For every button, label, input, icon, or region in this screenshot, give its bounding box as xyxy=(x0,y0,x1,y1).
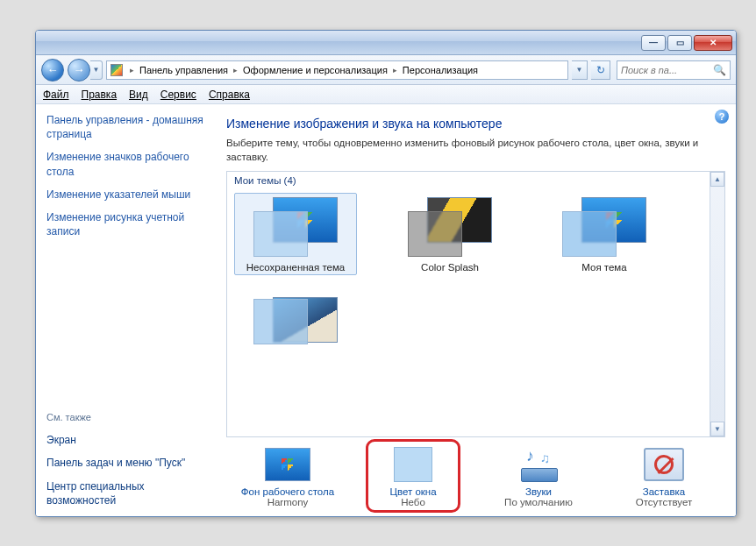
theme-unsaved[interactable]: Несохраненная тема xyxy=(234,193,357,275)
theme-my-theme[interactable]: Моя тема xyxy=(543,193,666,275)
scroll-up-button[interactable]: ▲ xyxy=(710,172,724,187)
window-color-icon xyxy=(389,446,437,483)
personalization-actions: Фон рабочего стола Harmony Цвет окна Неб… xyxy=(226,437,725,507)
theme-label: Color Splash xyxy=(421,262,479,273)
themes-list: Несохраненная тема Color Splash Моя тема xyxy=(227,189,724,433)
action-value: Harmony xyxy=(267,497,309,507)
maximize-button[interactable]: ▭ xyxy=(667,35,692,51)
screensaver-icon xyxy=(640,446,688,483)
sidebar-ease-of-access[interactable]: Центр специальных возможностей xyxy=(46,479,205,507)
sidebar-display[interactable]: Экран xyxy=(46,433,205,447)
action-label: Звуки xyxy=(525,486,552,497)
nav-bar: ← → ▼ ▸ Панель управления ▸ Оформление и… xyxy=(36,55,736,85)
sidebar-taskbar-start[interactable]: Панель задач и меню "Пуск" xyxy=(46,456,205,470)
action-screensaver[interactable]: Заставка Отсутствует xyxy=(611,446,717,507)
close-button[interactable]: ✕ xyxy=(694,35,732,51)
main-panel: ? Изменение изображения и звука на компь… xyxy=(216,104,736,516)
chevron-right-icon: ▸ xyxy=(232,66,239,74)
breadcrumb-personalization[interactable]: Персонализация xyxy=(399,65,481,75)
control-panel-window: — ▭ ✕ ← → ▼ ▸ Панель управления ▸ Оформл… xyxy=(35,30,737,517)
action-sounds[interactable]: ♪♫ Звуки По умолчанию xyxy=(486,446,591,507)
control-panel-icon xyxy=(111,64,123,76)
breadcrumb-control-panel[interactable]: Панель управления xyxy=(136,65,232,75)
forward-button[interactable]: → xyxy=(68,59,90,82)
breadcrumb-appearance[interactable]: Оформление и персонализация xyxy=(239,65,391,75)
theme-thumbnail xyxy=(408,197,492,257)
menu-view[interactable]: Вид xyxy=(129,89,148,101)
action-label: Фон рабочего стола xyxy=(241,486,334,497)
search-icon: 🔍 xyxy=(713,64,726,76)
theme-thumbnail xyxy=(562,197,646,257)
sounds-icon: ♪♫ xyxy=(515,446,562,483)
theme-label: Моя тема xyxy=(581,262,626,273)
chevron-right-icon: ▸ xyxy=(128,66,136,74)
action-value: По умолчанию xyxy=(504,497,573,507)
menu-tools[interactable]: Сервис xyxy=(160,89,196,101)
address-bar[interactable]: ▸ Панель управления ▸ Оформление и персо… xyxy=(106,60,568,80)
search-box[interactable]: 🔍 xyxy=(617,60,731,80)
search-input[interactable] xyxy=(621,65,710,75)
desktop-background-icon xyxy=(264,446,311,483)
sidebar-mouse-pointers[interactable]: Изменение указателей мыши xyxy=(46,188,205,202)
sidebar: Панель управления - домашняя страница Из… xyxy=(36,104,216,516)
scrollbar[interactable]: ▲ ▼ xyxy=(710,172,724,436)
menu-help[interactable]: Справка xyxy=(209,89,250,101)
sidebar-spacer xyxy=(46,247,205,403)
sidebar-see-also-heading: См. также xyxy=(46,412,205,422)
action-window-color[interactable]: Цвет окна Небо xyxy=(360,446,466,507)
body: Панель управления - домашняя страница Из… xyxy=(36,104,736,516)
menu-edit[interactable]: Правка xyxy=(82,89,118,101)
theme-thumbnail xyxy=(253,297,338,344)
scroll-track[interactable] xyxy=(710,187,724,422)
action-label: Заставка xyxy=(643,486,685,497)
action-label: Цвет окна xyxy=(389,486,436,497)
theme-thumbnail xyxy=(253,197,338,257)
sidebar-desktop-icons[interactable]: Изменение значков рабочего стола xyxy=(46,150,205,178)
scroll-down-button[interactable]: ▼ xyxy=(710,422,724,436)
help-icon[interactable]: ? xyxy=(715,110,729,124)
menu-bar: Файл Правка Вид Сервис Справка xyxy=(36,85,736,104)
address-dropdown[interactable]: ▼ xyxy=(572,60,588,80)
page-subtitle: Выберите тему, чтобы одновременно измени… xyxy=(226,136,725,164)
action-value: Небо xyxy=(401,497,425,507)
refresh-button[interactable]: ↻ xyxy=(591,60,610,80)
theme-color-splash[interactable]: Color Splash xyxy=(389,193,511,275)
theme-label: Несохраненная тема xyxy=(246,262,346,273)
page-title: Изменение изображения и звука на компьют… xyxy=(226,117,725,131)
theme-partial[interactable] xyxy=(234,293,357,347)
sidebar-account-picture[interactable]: Изменение рисунка учетной записи xyxy=(46,210,205,238)
back-button[interactable]: ← xyxy=(41,59,64,82)
chevron-right-icon: ▸ xyxy=(391,66,399,74)
minimize-button[interactable]: — xyxy=(641,35,666,51)
history-dropdown[interactable]: ▼ xyxy=(90,60,103,80)
themes-header: Мои темы (4) xyxy=(227,172,724,189)
menu-file[interactable]: Файл xyxy=(43,89,69,101)
action-desktop-background[interactable]: Фон рабочего стола Harmony xyxy=(235,446,340,507)
sidebar-home[interactable]: Панель управления - домашняя страница xyxy=(46,113,205,141)
themes-container: Мои темы (4) Несохраненная тема Color Sp… xyxy=(226,171,725,437)
action-value: Отсутствует xyxy=(636,497,693,507)
title-bar: — ▭ ✕ xyxy=(36,31,736,55)
